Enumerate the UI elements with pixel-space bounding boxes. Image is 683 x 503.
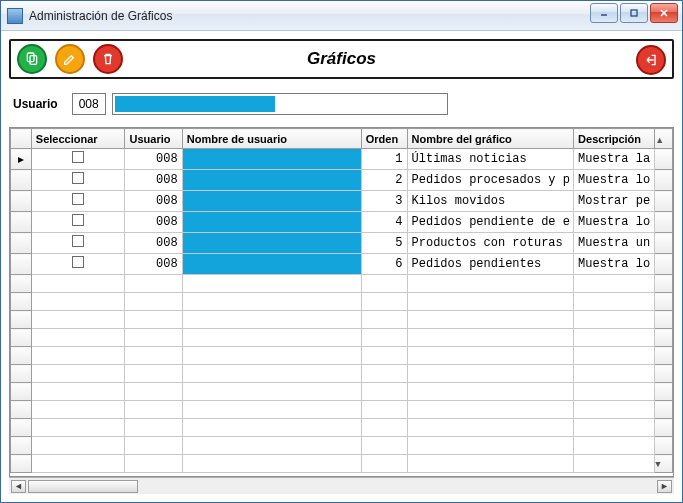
cell-seleccionar[interactable] — [31, 191, 125, 212]
row-header[interactable]: ▸ — [11, 149, 32, 170]
table-row[interactable] — [11, 275, 673, 293]
minimize-button[interactable] — [590, 3, 618, 23]
checkbox[interactable] — [72, 214, 84, 226]
cell-nombre-grafico[interactable]: Últimas noticias — [407, 149, 574, 170]
cell-seleccionar[interactable] — [31, 212, 125, 233]
row-header[interactable] — [11, 329, 32, 347]
col-nombre-grafico[interactable]: Nombre del gráfico — [407, 129, 574, 149]
row-header[interactable] — [11, 233, 32, 254]
row-header[interactable] — [11, 365, 32, 383]
horizontal-scrollbar[interactable]: ◄ ► — [9, 477, 674, 494]
row-header[interactable] — [11, 275, 32, 293]
row-header[interactable] — [11, 347, 32, 365]
checkbox[interactable] — [72, 193, 84, 205]
cell-orden[interactable]: 3 — [361, 191, 407, 212]
col-seleccionar[interactable]: Seleccionar — [31, 129, 125, 149]
user-code-input[interactable] — [72, 93, 106, 115]
cell-seleccionar[interactable] — [31, 233, 125, 254]
scrollbar-cell[interactable] — [655, 275, 673, 293]
scrollbar-cell[interactable] — [655, 170, 673, 191]
table-row[interactable] — [11, 293, 673, 311]
exit-button[interactable] — [636, 45, 666, 75]
cell-usuario[interactable]: 008 — [125, 212, 182, 233]
table-row[interactable] — [11, 383, 673, 401]
cell-descripcion[interactable]: Muestra lo — [574, 254, 655, 275]
cell-nombre-usuario[interactable] — [182, 254, 361, 275]
cell-seleccionar[interactable] — [31, 149, 125, 170]
table-row[interactable]: 008 3 Kilos movidos Mostrar pe — [11, 191, 673, 212]
data-grid[interactable]: Seleccionar Usuario Nombre de usuario Or… — [9, 127, 674, 477]
scrollbar-cell[interactable] — [655, 233, 673, 254]
row-header[interactable] — [11, 383, 32, 401]
scrollbar-cell[interactable] — [655, 293, 673, 311]
row-header[interactable] — [11, 401, 32, 419]
row-header[interactable] — [11, 419, 32, 437]
cell-descripcion[interactable]: Muestra un — [574, 233, 655, 254]
scrollbar-cell[interactable] — [655, 419, 673, 437]
row-header[interactable] — [11, 254, 32, 275]
scrollbar-cell[interactable] — [655, 329, 673, 347]
scrollbar-cell[interactable] — [655, 347, 673, 365]
col-nombre-usuario[interactable]: Nombre de usuario — [182, 129, 361, 149]
table-row[interactable]: 008 4 Pedidos pendiente de e Muestra lo — [11, 212, 673, 233]
checkbox[interactable] — [72, 151, 84, 163]
scroll-thumb[interactable] — [28, 480, 138, 493]
table-row[interactable] — [11, 329, 673, 347]
scroll-right-button[interactable]: ► — [657, 480, 672, 493]
row-header[interactable] — [11, 437, 32, 455]
row-header[interactable] — [11, 170, 32, 191]
row-header[interactable] — [11, 293, 32, 311]
edit-button[interactable] — [55, 44, 85, 74]
col-orden[interactable]: Orden — [361, 129, 407, 149]
table-row[interactable]: ▸ 008 1 Últimas noticias Muestra la — [11, 149, 673, 170]
cell-orden[interactable]: 5 — [361, 233, 407, 254]
cell-usuario[interactable]: 008 — [125, 170, 182, 191]
copy-button[interactable] — [17, 44, 47, 74]
cell-usuario[interactable]: 008 — [125, 191, 182, 212]
table-row[interactable] — [11, 419, 673, 437]
row-header[interactable] — [11, 455, 32, 473]
table-row[interactable] — [11, 401, 673, 419]
cell-usuario[interactable]: 008 — [125, 254, 182, 275]
cell-descripcion[interactable]: Muestra la — [574, 149, 655, 170]
scroll-left-button[interactable]: ◄ — [11, 480, 26, 493]
cell-descripcion[interactable]: Muestra lo — [574, 212, 655, 233]
cell-nombre-grafico[interactable]: Kilos movidos — [407, 191, 574, 212]
cell-nombre-usuario[interactable] — [182, 170, 361, 191]
scrollbar-cell[interactable] — [655, 401, 673, 419]
cell-descripcion[interactable]: Mostrar pe — [574, 191, 655, 212]
scrollbar-cell[interactable]: ▼ — [655, 455, 673, 473]
table-row[interactable] — [11, 437, 673, 455]
cell-nombre-grafico[interactable]: Pedidos pendiente de e — [407, 212, 574, 233]
maximize-button[interactable] — [620, 3, 648, 23]
table-row[interactable] — [11, 365, 673, 383]
cell-descripcion[interactable]: Muestra lo — [574, 170, 655, 191]
scroll-up[interactable]: ▲ — [655, 129, 673, 149]
scrollbar-cell[interactable] — [655, 311, 673, 329]
titlebar[interactable]: Administración de Gráficos — [1, 1, 682, 31]
scrollbar-cell[interactable] — [655, 149, 673, 170]
delete-button[interactable] — [93, 44, 123, 74]
cell-nombre-usuario[interactable] — [182, 149, 361, 170]
cell-seleccionar[interactable] — [31, 170, 125, 191]
table-row[interactable]: 008 2 Pedidos procesados y p Muestra lo — [11, 170, 673, 191]
cell-nombre-grafico[interactable]: Pedidos procesados y p — [407, 170, 574, 191]
cell-orden[interactable]: 4 — [361, 212, 407, 233]
cell-nombre-usuario[interactable] — [182, 233, 361, 254]
row-header[interactable] — [11, 191, 32, 212]
checkbox[interactable] — [72, 256, 84, 268]
table-row[interactable]: ▼ — [11, 455, 673, 473]
scroll-track[interactable] — [28, 480, 655, 493]
cell-nombre-grafico[interactable]: Productos con roturas — [407, 233, 574, 254]
cell-usuario[interactable]: 008 — [125, 233, 182, 254]
col-usuario[interactable]: Usuario — [125, 129, 182, 149]
scrollbar-cell[interactable] — [655, 437, 673, 455]
close-button[interactable] — [650, 3, 678, 23]
scrollbar-cell[interactable] — [655, 254, 673, 275]
scrollbar-cell[interactable] — [655, 212, 673, 233]
row-header[interactable] — [11, 311, 32, 329]
col-descripcion[interactable]: Descripción — [574, 129, 655, 149]
checkbox[interactable] — [72, 172, 84, 184]
user-name-input[interactable] — [112, 93, 448, 115]
cell-nombre-usuario[interactable] — [182, 191, 361, 212]
